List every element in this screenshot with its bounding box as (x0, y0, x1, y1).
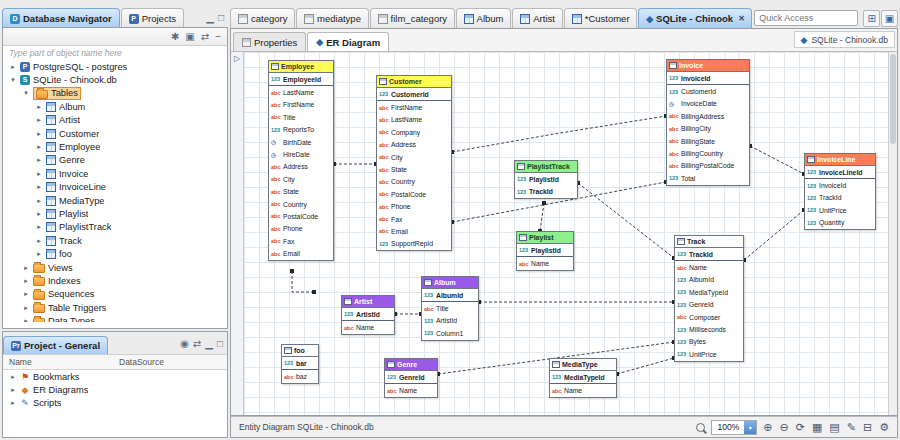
entity-invoiceline[interactable]: InvoiceLine123InvoiceLineId123InvoiceId1… (804, 153, 876, 230)
expand-arrow-icon[interactable]: ▸ (35, 183, 43, 191)
column-row[interactable]: abcCity (269, 173, 333, 185)
expand-arrow-icon[interactable]: ▸ (22, 304, 30, 312)
tree-item-customer[interactable]: ▸Customer (3, 127, 227, 140)
entity-header[interactable]: MediaType (550, 359, 616, 371)
column-row[interactable]: 123InvoiceId (805, 179, 875, 191)
column-row[interactable]: abcBillingPostalCode (667, 160, 749, 172)
zoom-combo[interactable]: 100% ▾ (711, 420, 757, 435)
entity-header[interactable]: Employee (269, 61, 333, 73)
column-row[interactable]: abcName (342, 321, 394, 333)
column-row[interactable]: 123ReportsTo (269, 124, 333, 136)
open-connection-icon[interactable]: ◉ (180, 339, 189, 349)
tab-database-navigator[interactable]: D Database Navigator (2, 8, 120, 28)
column-row[interactable]: abcTitle (422, 302, 478, 314)
column-row[interactable]: 123TrackId (805, 192, 875, 204)
column-row[interactable]: abcBillingCountry (667, 147, 749, 159)
minimize-icon[interactable]: ▁ (206, 13, 214, 23)
expand-arrow-icon[interactable]: ▸ (22, 290, 30, 298)
column-row[interactable]: 123bar (282, 357, 318, 369)
column-row[interactable]: abcTitle (269, 111, 333, 123)
tree-item-sqlite-chinook-db[interactable]: ▾SSQLite - Chinook.db (3, 73, 227, 86)
tree-item-postgresql-postgres[interactable]: ▸PPostgreSQL - postgres (3, 60, 227, 73)
column-row[interactable]: 123TrackId (675, 248, 743, 260)
scrollbar-thumb[interactable] (890, 54, 896, 144)
tab-projects[interactable]: P Projects (121, 8, 184, 28)
column-row[interactable]: abcState (377, 163, 451, 175)
column-row[interactable]: 123Bytes (675, 336, 743, 348)
column-row[interactable]: 123ArtistId (342, 308, 394, 320)
editor-tab-artist[interactable]: Artist (512, 8, 562, 28)
column-row[interactable]: 123Quantity (805, 217, 875, 229)
editor-tab--customer[interactable]: *Customer (564, 8, 637, 28)
quick-access-input[interactable] (754, 10, 858, 26)
refresh-icon[interactable]: ⟳ (796, 422, 805, 433)
dbeaver-perspective-icon[interactable]: ▣ (881, 10, 898, 27)
column-row[interactable]: abcBillingAddress (667, 110, 749, 122)
column-row[interactable]: abcState (269, 186, 333, 198)
column-row[interactable]: ◷InvoiceDate (667, 98, 749, 110)
column-row[interactable]: abcName (385, 384, 437, 396)
column-row[interactable]: abcAddress (269, 161, 333, 173)
canvas-vertical-scrollbar[interactable] (888, 52, 897, 415)
entity-playlisttrack[interactable]: PlaylistTrack123PlaylistId123TrackId (514, 160, 578, 199)
tree-item-indexes[interactable]: ▸Indexes (3, 274, 227, 287)
column-name[interactable]: Name (3, 357, 113, 367)
column-row[interactable]: 123UnitPrice (675, 348, 743, 360)
entity-album[interactable]: Album123AlbumIdabcTitle123ArtistId123Col… (421, 276, 479, 341)
editor-tab-category[interactable]: category (230, 8, 295, 28)
entity-header[interactable]: Album (422, 277, 478, 289)
entity-artist[interactable]: Artist123ArtistIdabcName (341, 295, 395, 335)
entity-header[interactable]: Customer (377, 76, 451, 88)
tree-item-data-types[interactable]: ▸Data Types (3, 314, 227, 322)
tree-item-sequences[interactable]: ▸Sequences (3, 288, 227, 301)
tree-item-views[interactable]: ▸Views (3, 261, 227, 274)
column-row[interactable]: abcFirstName (269, 99, 333, 111)
collapse-icon[interactable]: ⊟ (863, 422, 872, 433)
zoom-out-icon[interactable]: ⊖ (779, 422, 788, 433)
column-row[interactable]: abcEmail (269, 247, 333, 259)
editor-tab-album[interactable]: Album (456, 8, 512, 28)
expand-arrow-icon[interactable]: ▸ (35, 130, 43, 138)
column-row[interactable]: abcBillingState (667, 135, 749, 147)
entity-playlist[interactable]: Playlist123PlaylistIdabcName (516, 231, 574, 271)
close-icon[interactable]: ✕ (738, 14, 745, 23)
settings-icon[interactable]: ⚙ (879, 422, 889, 433)
entity-header[interactable]: PlaylistTrack (515, 161, 577, 173)
expand-arrow-icon[interactable]: ▸ (35, 103, 43, 111)
new-connection-icon[interactable]: ▣ (185, 32, 194, 42)
tree-item-genre[interactable]: ▸Genre (3, 154, 227, 167)
column-row[interactable]: abcCountry (269, 198, 333, 210)
column-row[interactable]: 123SupportRepId (377, 238, 451, 250)
note-icon[interactable]: ✎ (847, 422, 856, 433)
expand-arrow-icon[interactable]: ▸ (35, 250, 43, 258)
entity-header[interactable]: Track (675, 236, 743, 248)
tab-er-diagram[interactable]: ◆ ER Diagram (307, 32, 389, 51)
expand-arrow-icon[interactable]: ▸ (9, 373, 17, 381)
column-row[interactable]: abcLastName (269, 86, 333, 98)
column-row[interactable]: 123MediaTypeId (675, 286, 743, 298)
maximize-icon[interactable]: □ (217, 339, 223, 349)
column-row[interactable]: abcFirstName (377, 101, 451, 113)
entity-header[interactable]: Genre (385, 359, 437, 371)
column-row[interactable]: abcFax (269, 235, 333, 247)
project-item-er-diagrams[interactable]: ▸◆ER Diagrams (3, 383, 227, 396)
entity-customer[interactable]: Customer123CustomerIdabcFirstNameabcLast… (376, 75, 452, 251)
column-row[interactable]: 123InvoiceLineId (805, 166, 875, 178)
collapse-all-icon[interactable]: − (215, 32, 221, 42)
filter-icon[interactable]: ✱ (171, 32, 179, 42)
expand-arrow-icon[interactable]: ▸ (22, 277, 30, 285)
column-row[interactable]: ◷BirthDate (269, 136, 333, 148)
column-row[interactable]: 123PlaylistId (515, 173, 577, 185)
entity-mediatype[interactable]: MediaType123MediaTypeIdabcName (549, 358, 617, 398)
column-row[interactable]: abcCity (377, 151, 451, 163)
column-row[interactable]: 123Milliseconds (675, 323, 743, 335)
column-datasource[interactable]: DataSource (113, 357, 170, 367)
expand-arrow-icon[interactable]: ▸ (9, 63, 17, 71)
maximize-icon[interactable]: □ (218, 13, 224, 23)
column-row[interactable]: abcLastName (377, 114, 451, 126)
editor-tab-sqlite-chinook[interactable]: ◆SQLite - Chinook✕ (638, 8, 752, 28)
project-item-bookmarks[interactable]: ▸⚑Bookmarks (3, 370, 227, 383)
column-row[interactable]: abcFax (377, 213, 451, 225)
save-image-icon[interactable]: ▦ (812, 422, 822, 433)
expand-arrow-icon[interactable]: ▸ (9, 399, 17, 407)
